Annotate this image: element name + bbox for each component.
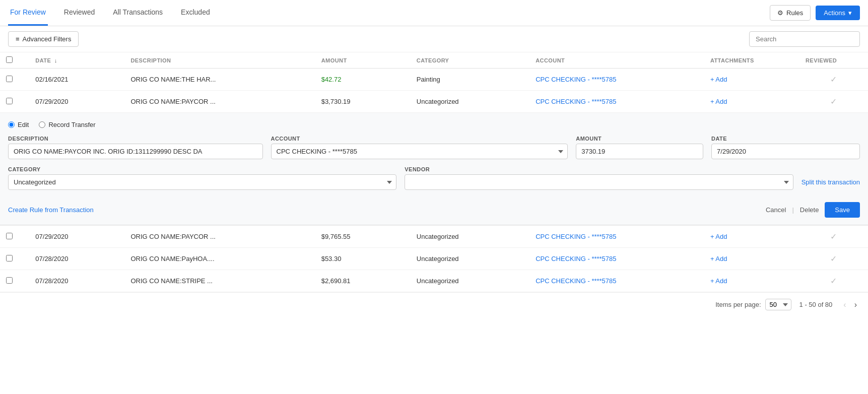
- row-amount: $3,730.19: [315, 91, 411, 113]
- edit-panel: Edit Record Transfer DESCRIPTION: [0, 113, 868, 225]
- row-date: 07/28/2020: [29, 248, 124, 270]
- account-link[interactable]: CPC CHECKING - ****5785: [536, 76, 616, 83]
- description-label: DESCRIPTION: [8, 136, 263, 142]
- pagination-bar: Items per page: 50 25 100 1 - 50 of 80 ‹…: [0, 292, 868, 316]
- amount-field-group: AMOUNT: [576, 136, 703, 159]
- row-amount: $2,690.81: [315, 270, 411, 292]
- description-input[interactable]: [8, 144, 263, 159]
- row-amount: $53.30: [315, 248, 411, 270]
- category-label: CATEGORY: [8, 166, 396, 172]
- add-attachment-button[interactable]: + Add: [710, 233, 793, 240]
- row-description: ORIG CO NAME:PayHOA....: [124, 248, 315, 270]
- account-link[interactable]: CPC CHECKING - ****5785: [536, 255, 616, 262]
- category-select[interactable]: Uncategorized: [8, 174, 396, 190]
- toolbar: ≡ Advanced Filters: [0, 26, 868, 52]
- edit-radio-input[interactable]: [8, 121, 15, 128]
- date-input[interactable]: [711, 144, 860, 159]
- select-all-checkbox[interactable]: [6, 56, 13, 63]
- row-checkbox[interactable]: [6, 76, 13, 82]
- tab-bar: For Review Reviewed All Transactions Exc…: [0, 0, 868, 26]
- row-reviewed: ✓: [799, 248, 868, 270]
- row-attachments: + Add: [704, 226, 799, 248]
- vendor-label: VENDOR: [405, 166, 793, 172]
- reviewed-checkmark-icon: ✓: [830, 254, 837, 263]
- col-header-amount: AMOUNT: [315, 52, 411, 69]
- row-category: Painting: [411, 69, 529, 91]
- row-checkbox[interactable]: [6, 277, 13, 284]
- row-attachments: + Add: [704, 69, 799, 91]
- row-date: 07/29/2020: [29, 91, 124, 113]
- table-row: 07/29/2020 ORIG CO NAME:PAYCOR ... $3,73…: [0, 91, 868, 113]
- edit-panel-row: Edit Record Transfer DESCRIPTION: [0, 113, 868, 226]
- form-row-2: CATEGORY Uncategorized VENDOR Split this…: [8, 166, 860, 190]
- form-row-1: DESCRIPTION ACCOUNT CPC CHECKING - ****5…: [8, 136, 860, 159]
- row-account: CPC CHECKING - ****5785: [529, 226, 704, 248]
- date-label: DATE: [711, 136, 860, 142]
- add-attachment-button[interactable]: + Add: [710, 277, 793, 285]
- delete-button[interactable]: Delete: [800, 206, 819, 214]
- row-reviewed: ✓: [799, 270, 868, 292]
- col-header-reviewed: REVIEWED: [799, 52, 868, 69]
- vendor-select[interactable]: [405, 174, 793, 190]
- row-checkbox[interactable]: [6, 233, 13, 239]
- row-attachments: + Add: [704, 248, 799, 270]
- advanced-filters-button[interactable]: ≡ Advanced Filters: [8, 31, 79, 47]
- add-attachment-button[interactable]: + Add: [710, 255, 793, 262]
- cancel-button[interactable]: Cancel: [766, 206, 786, 214]
- row-checkbox[interactable]: [6, 255, 13, 261]
- tab-all-transactions[interactable]: All Transactions: [111, 0, 165, 26]
- advanced-filters-label: Advanced Filters: [23, 35, 72, 43]
- table-row: 07/29/2020 ORIG CO NAME:PAYCOR ... $9,76…: [0, 226, 868, 248]
- search-input[interactable]: [749, 31, 860, 47]
- edit-mode-radio-group: Edit Record Transfer: [8, 121, 860, 136]
- transactions-table: DATE ↓ DESCRIPTION AMOUNT CATEGORY ACCOU…: [0, 52, 868, 292]
- row-category: Uncategorized: [411, 226, 529, 248]
- row-reviewed: ✓: [799, 226, 868, 248]
- actions-button[interactable]: Actions ▾: [816, 6, 860, 20]
- add-attachment-button[interactable]: + Add: [710, 76, 793, 83]
- col-header-category: CATEGORY: [411, 52, 529, 69]
- col-header-description: DESCRIPTION: [124, 52, 315, 69]
- tabs: For Review Reviewed All Transactions Exc…: [8, 0, 212, 26]
- row-reviewed: ✓: [799, 91, 868, 113]
- tab-reviewed[interactable]: Reviewed: [62, 0, 97, 26]
- row-checkbox[interactable]: [6, 98, 13, 104]
- account-field-group: ACCOUNT CPC CHECKING - ****5785: [271, 136, 568, 159]
- row-date: 02/16/2021: [29, 69, 124, 91]
- edit-footer: Create Rule from Transaction Cancel | De…: [8, 197, 860, 225]
- col-header-attachments: ATTACHMENTS: [704, 52, 799, 69]
- header-right-actions: ⚙ Rules Actions ▾: [770, 5, 860, 21]
- record-transfer-radio-option[interactable]: Record Transfer: [39, 121, 95, 128]
- row-reviewed: ✓: [799, 69, 868, 91]
- save-button[interactable]: Save: [825, 202, 860, 218]
- edit-radio-option[interactable]: Edit: [8, 121, 29, 128]
- split-transaction-link[interactable]: Split this transaction: [802, 178, 860, 190]
- tab-excluded[interactable]: Excluded: [179, 0, 212, 26]
- account-link[interactable]: CPC CHECKING - ****5785: [536, 277, 616, 285]
- next-page-button[interactable]: ›: [851, 299, 860, 310]
- row-date: 07/28/2020: [29, 270, 124, 292]
- account-select[interactable]: CPC CHECKING - ****5785: [271, 144, 568, 159]
- per-page-select[interactable]: 50 25 100: [765, 299, 791, 310]
- rules-button[interactable]: ⚙ Rules: [770, 5, 811, 21]
- col-header-date[interactable]: DATE ↓: [29, 52, 124, 69]
- account-link[interactable]: CPC CHECKING - ****5785: [536, 233, 616, 240]
- filter-icon: ≡: [16, 35, 20, 43]
- amount-input[interactable]: [576, 144, 703, 159]
- description-field-group: DESCRIPTION: [8, 136, 263, 159]
- sort-arrow-icon: ↓: [54, 57, 57, 63]
- row-attachments: + Add: [704, 91, 799, 113]
- tab-for-review[interactable]: For Review: [8, 0, 48, 26]
- record-transfer-radio-input[interactable]: [39, 121, 45, 128]
- row-amount: $42.72: [315, 69, 411, 91]
- create-rule-link[interactable]: Create Rule from Transaction: [8, 206, 94, 214]
- add-attachment-button[interactable]: + Add: [710, 98, 793, 105]
- edit-radio-label: Edit: [18, 121, 29, 128]
- date-field-group: DATE: [711, 136, 860, 159]
- row-category: Uncategorized: [411, 270, 529, 292]
- row-category: Uncategorized: [411, 248, 529, 270]
- pagination-info: 1 - 50 of 80: [799, 301, 833, 308]
- prev-page-button[interactable]: ‹: [840, 299, 849, 310]
- account-link[interactable]: CPC CHECKING - ****5785: [536, 98, 616, 105]
- category-field-group: CATEGORY Uncategorized: [8, 166, 396, 190]
